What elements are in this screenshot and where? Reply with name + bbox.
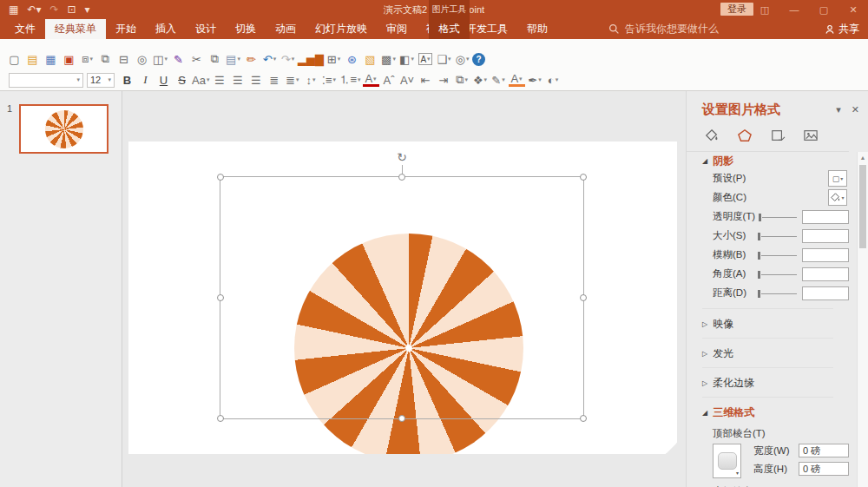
slider-value-input[interactable] (802, 210, 849, 224)
text-box-icon[interactable]: A▾ (418, 53, 432, 65)
slider-control[interactable] (756, 251, 796, 260)
reflection-section-header[interactable]: ▷映像 (702, 317, 849, 332)
rotate-handle-icon[interactable]: ↻ (397, 151, 407, 163)
shadow-color-button[interactable]: ▾ (828, 189, 847, 206)
selection-handle[interactable] (217, 174, 224, 181)
shape-effects-icon[interactable]: ◐▾ (545, 71, 562, 89)
format-painter-icon[interactable]: ✏ (243, 50, 260, 68)
paste-icon[interactable]: ▤▾ (225, 50, 241, 68)
bold-icon[interactable]: B (119, 71, 135, 89)
save-icon[interactable]: ▦ (43, 50, 59, 68)
slider-control[interactable] (756, 232, 796, 240)
shrink-font-icon[interactable]: A˅ (399, 71, 416, 89)
slide-layout-icon[interactable]: ◧▾ (398, 50, 415, 68)
slider-control[interactable] (756, 270, 796, 279)
selection-handle[interactable] (217, 294, 224, 301)
slider-control[interactable] (756, 289, 796, 298)
highlight-color-icon[interactable]: A▾ (509, 73, 525, 87)
slider-value-input[interactable] (802, 229, 849, 243)
shadow-section-header[interactable]: ◢ 阴影 (702, 154, 849, 168)
window-layout-icon[interactable]: ◫▾ (152, 50, 168, 68)
tab-file[interactable]: 文件 (5, 19, 45, 39)
chart-icon[interactable]: ▂▅▇ (298, 50, 324, 68)
slide-1-thumbnail[interactable] (19, 104, 108, 154)
align-left-icon[interactable]: ☰ (211, 71, 227, 89)
scroll-up-icon[interactable]: ▲ (858, 152, 868, 163)
change-case-icon[interactable]: Aa▾ (192, 71, 209, 89)
tab-transitions[interactable]: 切换 (226, 19, 266, 39)
soft-edges-section-header[interactable]: ▷柔化边缘 (702, 376, 849, 391)
selection-handle[interactable] (580, 294, 587, 301)
top-width-input[interactable]: 0 磅 (799, 444, 849, 457)
underline-icon[interactable]: U (155, 71, 172, 89)
photo-album-icon[interactable]: ▧ (362, 50, 378, 68)
restore-button[interactable]: ▢ (809, 0, 838, 19)
top-bevel-button[interactable]: ▾ (713, 444, 741, 478)
outline-pen-icon[interactable]: ✒▾ (527, 71, 543, 89)
selection-handle[interactable] (217, 415, 224, 422)
copy-formatting-icon[interactable]: ⧉▾ (454, 71, 470, 89)
export-icon[interactable]: ⧈▾ (79, 50, 95, 68)
slider-value-input[interactable] (802, 286, 849, 300)
print-preview-icon[interactable]: ◎ (134, 50, 150, 68)
align-right-icon[interactable]: ☰ (247, 71, 264, 89)
font-size-combo[interactable]: 12 ▾ (87, 73, 115, 88)
line-spacing-icon[interactable]: ≣▾ (284, 71, 300, 89)
touch-mode-icon[interactable]: ⊡ (67, 0, 76, 19)
tell-me-search[interactable]: 告诉我你想要做什么 (608, 19, 719, 39)
selection-handle[interactable] (580, 174, 587, 181)
grow-font-icon[interactable]: Aˆ (381, 71, 398, 89)
callout-shape-icon[interactable]: ❑▾ (436, 50, 452, 68)
selection-box[interactable]: ↻ (220, 176, 584, 419)
help-icon[interactable]: ? (472, 53, 485, 66)
tab-format[interactable]: 格式 (429, 19, 470, 39)
redo-icon[interactable]: ↷ (49, 0, 58, 19)
glow-section-header[interactable]: ▷发光 (702, 346, 849, 361)
top-height-input[interactable]: 0 磅 (799, 462, 849, 476)
increase-indent-icon[interactable]: ⇥ (436, 71, 452, 89)
decrease-indent-icon[interactable]: ⇤ (418, 71, 434, 89)
numbering-icon[interactable]: ⒈≡▾ (339, 71, 360, 89)
strikethrough-icon[interactable]: S (174, 71, 190, 89)
save-as-document-icon[interactable]: ▣ (61, 50, 77, 68)
table-icon[interactable]: ⊞▾ (326, 50, 342, 68)
sign-in-button[interactable]: 登录 (720, 3, 753, 16)
print-icon[interactable]: ⊟ (115, 50, 132, 68)
size-properties-tab[interactable] (768, 127, 787, 144)
copy-icon[interactable]: ⧉ (207, 50, 223, 68)
tab-help[interactable]: 帮助 (517, 19, 557, 39)
undo-icon[interactable]: ↶▾ (27, 0, 41, 19)
undo-icon[interactable]: ↶▾ (261, 50, 278, 68)
save-icon[interactable]: ▦ (9, 0, 18, 19)
slider-value-input[interactable] (802, 248, 849, 262)
slider-value-input[interactable] (802, 267, 849, 281)
customize-qat-icon[interactable]: ▾ (85, 0, 90, 19)
freehand-draw-icon[interactable]: ✎ (170, 50, 187, 68)
effects-tab[interactable] (735, 127, 754, 144)
shadow-preset-button[interactable]: ▢▾ (828, 170, 847, 187)
hyperlink-icon[interactable]: ⊛ (344, 50, 360, 68)
redo-icon[interactable]: ↷▾ (279, 50, 296, 68)
selection-handle[interactable] (580, 415, 587, 422)
slider-control[interactable] (757, 213, 797, 221)
tab-animations[interactable]: 动画 (266, 19, 306, 39)
tab-design[interactable]: 设计 (186, 19, 226, 39)
close-button[interactable]: ✕ (838, 0, 868, 19)
open-icon[interactable]: ▤ (24, 50, 41, 68)
align-center-icon[interactable]: ☰ (229, 71, 246, 89)
ribbon-display-options-button[interactable]: ◫ (750, 0, 779, 19)
justify-icon[interactable]: ≣ (266, 71, 282, 89)
tab-home[interactable]: 开始 (106, 19, 146, 39)
tab-insert[interactable]: 插入 (146, 19, 186, 39)
text-direction-icon[interactable]: ↕▾ (302, 71, 319, 89)
slide-master-icon[interactable]: ▩▾ (380, 50, 397, 68)
zoom-icon[interactable]: ◎▾ (454, 50, 470, 68)
font-name-combo[interactable]: ▾ (9, 73, 83, 88)
tab-review[interactable]: 审阅 (377, 19, 417, 39)
cut-icon[interactable]: ✂ (188, 50, 205, 68)
minimize-button[interactable]: — (779, 0, 809, 19)
new-presentation-icon[interactable]: ▢ (6, 50, 23, 68)
tab-slideshow[interactable]: 幻灯片放映 (306, 19, 377, 39)
selection-handle[interactable] (398, 174, 405, 181)
draw-pen-icon[interactable]: ✎▾ (490, 71, 507, 89)
